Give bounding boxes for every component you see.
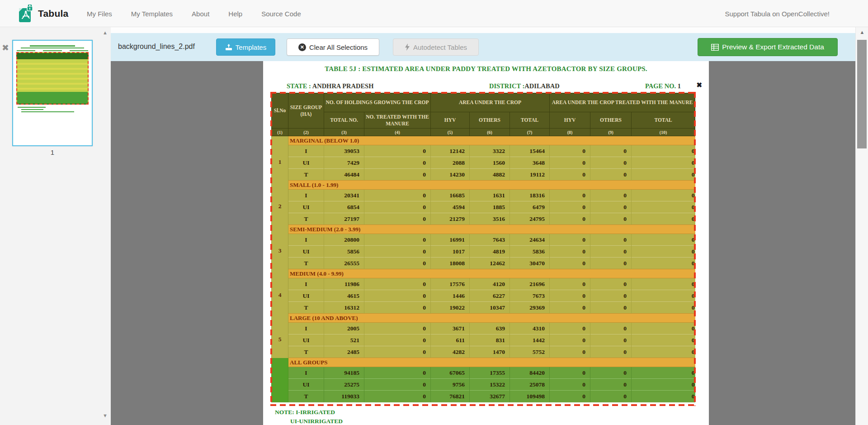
pdf-page[interactable]: TABLE 5J : ESTIMATED AREA UNDER PADDY TR…: [263, 61, 709, 425]
brand-link[interactable]: Tabula: [18, 5, 68, 23]
size-group-band: LARGE (10 AND ABOVE): [288, 314, 695, 323]
value-cell: 0: [632, 234, 695, 246]
value-cell: 0: [632, 169, 695, 181]
value-cell: 0: [632, 190, 695, 201]
value-cell: 3648: [510, 157, 550, 169]
value-cell: 15464: [510, 145, 550, 157]
value-cell: 0: [590, 323, 632, 334]
value-cell: 0: [364, 169, 431, 181]
page-thumbnail[interactable]: [12, 40, 93, 146]
pageno-value: 1: [678, 82, 681, 90]
sidebar-scroll-up-icon[interactable]: ▲: [103, 30, 108, 35]
table-row: UI52106118311442000: [272, 334, 695, 346]
value-cell: 0: [632, 278, 695, 290]
row-label-cell: UI: [288, 334, 324, 346]
nav-link-my-files[interactable]: My Files: [87, 10, 112, 18]
sidebar-scroll-down-icon[interactable]: ▼: [103, 413, 108, 418]
value-cell: 1442: [510, 334, 550, 346]
value-cell: 0: [364, 379, 431, 391]
value-cell: 20800: [324, 234, 364, 246]
slno-cell: 4: [272, 269, 288, 314]
value-cell: 12142: [431, 145, 470, 157]
clear-all-selections-button[interactable]: ✕ Clear All Selections: [287, 38, 379, 56]
value-cell: 0: [590, 379, 632, 391]
value-cell: 0: [590, 290, 632, 302]
templates-button[interactable]: Templates: [216, 38, 275, 56]
autodetect-button-label: Autodetect Tables: [413, 43, 467, 51]
value-cell: 3671: [431, 323, 470, 334]
preview-export-button[interactable]: Preview & Export Extracted Data: [698, 38, 838, 56]
value-cell: 0: [550, 290, 590, 302]
table-selection-region[interactable]: ✖ Sl.No SIZE GROUP (HA) NO. OF HOLDINGS …: [271, 93, 695, 405]
value-cell: 639: [470, 323, 510, 334]
value-cell: 1017: [431, 246, 470, 258]
value-cell: 16685: [431, 190, 470, 201]
table-row: UI74290208815603648000: [272, 157, 695, 169]
size-group-band: SMALL (1.0 - 1.99): [288, 181, 695, 190]
scrollbar-thumb[interactable]: [857, 40, 867, 148]
table-row: T265550180081246230470000: [272, 258, 695, 269]
value-cell: 2088: [431, 157, 470, 169]
page-remove-icon[interactable]: ✖: [2, 43, 9, 53]
selection-border: [270, 404, 696, 406]
row-label-cell: T: [288, 302, 324, 314]
nav-link-my-templates[interactable]: My Templates: [131, 10, 173, 18]
value-cell: 32677: [470, 391, 510, 402]
value-cell: 29369: [510, 302, 550, 314]
value-cell: 0: [632, 323, 695, 334]
table-row: UI68540459418856479000: [272, 201, 695, 213]
nav-link-about[interactable]: About: [192, 10, 209, 18]
value-cell: 19022: [431, 302, 470, 314]
nav-link-help[interactable]: Help: [228, 10, 242, 18]
value-cell: 0: [364, 190, 431, 201]
value-cell: 6854: [324, 201, 364, 213]
value-cell: 0: [364, 334, 431, 346]
value-cell: 0: [632, 258, 695, 269]
value-cell: 25275: [324, 379, 364, 391]
value-cell: 0: [364, 246, 431, 258]
value-cell: 26555: [324, 258, 364, 269]
value-cell: 18008: [431, 258, 470, 269]
value-cell: 4310: [510, 323, 550, 334]
nav-links: My Files My Templates About Help Source …: [87, 0, 301, 27]
value-cell: 0: [364, 201, 431, 213]
value-cell: 7643: [470, 234, 510, 246]
value-cell: 19112: [510, 169, 550, 181]
window-scrollbar[interactable]: ▲: [855, 27, 868, 425]
header-area-treated-group: AREA UNDER THE CROP TREATED WITH THE MAN…: [550, 93, 695, 112]
tabula-logo-icon: [18, 5, 33, 23]
header-others: OTHERS: [470, 112, 510, 129]
state-value: ANDHRA PRADESH: [312, 82, 374, 90]
value-cell: 0: [590, 334, 632, 346]
thumbnail-notes: [16, 107, 89, 112]
value-cell: 0: [364, 290, 431, 302]
value-cell: 5836: [510, 246, 550, 258]
value-cell: 18316: [510, 190, 550, 201]
support-link[interactable]: Support Tabula on OpenCollective!: [725, 0, 830, 27]
scrollbar-up-icon[interactable]: ▲: [856, 29, 868, 35]
size-group-band: ALL GROUPS: [288, 358, 695, 367]
value-cell: 0: [590, 190, 632, 201]
value-cell: 0: [632, 213, 695, 225]
value-cell: 16312: [324, 302, 364, 314]
pdf-viewer: TABLE 5J : ESTIMATED AREA UNDER PADDY TR…: [111, 61, 855, 425]
value-cell: 0: [632, 302, 695, 314]
selection-remove-icon[interactable]: ✖: [696, 81, 702, 89]
header-no-treated: NO. TREATED WITH THE MANURE: [364, 112, 431, 129]
thumbnail-meta-line: [17, 50, 88, 51]
row-label-cell: I: [288, 323, 324, 334]
value-cell: 0: [550, 190, 590, 201]
value-cell: 0: [550, 145, 590, 157]
toolbar: background_lines_2.pdf Templates ✕ Clear…: [111, 33, 855, 61]
value-cell: 0: [550, 278, 590, 290]
row-label-cell: T: [288, 391, 324, 402]
value-cell: 0: [590, 145, 632, 157]
value-cell: 0: [550, 213, 590, 225]
row-label-cell: UI: [288, 290, 324, 302]
pdf-page-no: PAGE NO. 1: [645, 82, 681, 90]
table-list-icon: [711, 44, 719, 51]
value-cell: 21279: [431, 213, 470, 225]
value-cell: 21696: [510, 278, 550, 290]
nav-link-source-code[interactable]: Source Code: [261, 10, 301, 18]
autodetect-tables-button[interactable]: Autodetect Tables: [393, 38, 479, 56]
